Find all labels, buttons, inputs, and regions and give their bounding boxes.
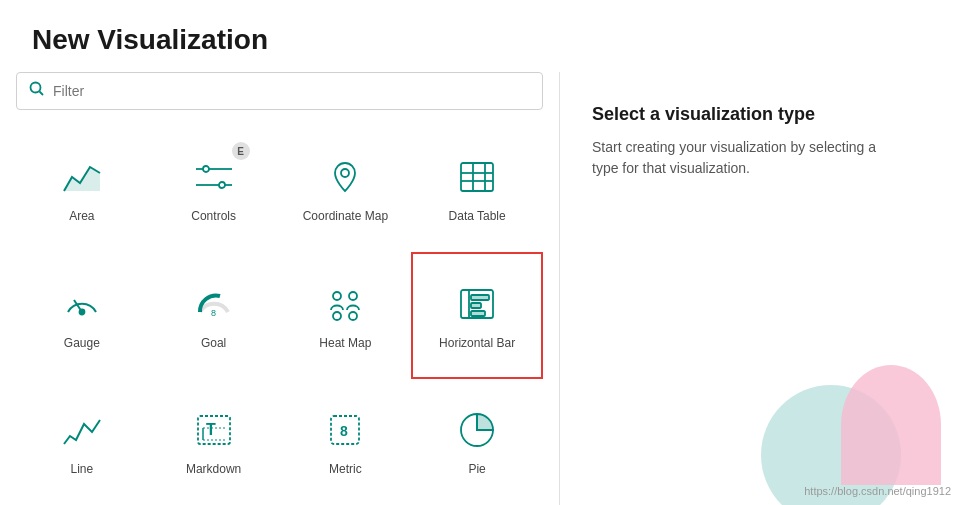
svg-point-19 <box>349 292 357 300</box>
markdown-icon: T <box>190 406 238 454</box>
area-label: Area <box>69 209 94 225</box>
svg-point-20 <box>333 312 341 320</box>
pie-icon <box>453 406 501 454</box>
controls-icon <box>190 153 238 201</box>
metric-label: Metric <box>329 462 362 478</box>
goal-label: Goal <box>201 336 226 352</box>
horizontal-bar-icon <box>453 280 501 328</box>
svg-text:8: 8 <box>211 308 216 318</box>
right-panel-description: Start creating your visualization by sel… <box>592 137 892 179</box>
svg-point-18 <box>333 292 341 300</box>
svg-text:T: T <box>206 421 216 438</box>
area-icon <box>58 153 106 201</box>
goal-icon: 8 <box>190 280 238 328</box>
pie-label: Pie <box>468 462 485 478</box>
svg-rect-25 <box>471 303 481 308</box>
search-bar <box>16 72 543 110</box>
line-icon <box>58 406 106 454</box>
right-panel-title: Select a visualization type <box>592 104 929 125</box>
horizontal-bar-label: Horizontal Bar <box>439 336 515 352</box>
viz-item-markdown[interactable]: T Markdown <box>148 379 280 505</box>
viz-item-controls[interactable]: E Controls <box>148 126 280 252</box>
left-panel: Area E Control <box>0 72 560 505</box>
viz-item-data-table[interactable]: Data Table <box>411 126 543 252</box>
line-label: Line <box>71 462 94 478</box>
viz-item-pie[interactable]: Pie <box>411 379 543 505</box>
viz-item-metric[interactable]: 8 Metric <box>280 379 412 505</box>
viz-item-line[interactable]: Line <box>16 379 148 505</box>
viz-item-coordinate-map[interactable]: Coordinate Map <box>280 126 412 252</box>
viz-item-goal[interactable]: 8 Goal <box>148 252 280 378</box>
data-table-icon <box>453 153 501 201</box>
gauge-icon <box>58 280 106 328</box>
search-icon <box>29 81 45 101</box>
deco-pink-shape <box>841 365 941 485</box>
right-panel: Select a visualization type Start creati… <box>560 72 961 505</box>
viz-item-area[interactable]: Area <box>16 126 148 252</box>
svg-rect-24 <box>471 295 489 300</box>
svg-line-1 <box>40 92 44 96</box>
filter-input[interactable] <box>53 83 530 99</box>
watermark: https://blog.csdn.net/qing1912 <box>804 485 951 497</box>
coordinate-map-label: Coordinate Map <box>303 209 388 225</box>
viz-item-gauge[interactable]: Gauge <box>16 252 148 378</box>
gauge-label: Gauge <box>64 336 100 352</box>
viz-grid: Area E Control <box>16 126 543 505</box>
svg-point-21 <box>349 312 357 320</box>
svg-point-9 <box>341 169 349 177</box>
svg-point-16 <box>79 309 84 314</box>
svg-point-3 <box>203 166 209 172</box>
svg-rect-10 <box>461 163 493 191</box>
badge-e: E <box>232 142 250 160</box>
svg-rect-26 <box>471 311 485 316</box>
viz-item-horizontal-bar[interactable]: Horizontal Bar <box>411 252 543 378</box>
svg-point-0 <box>31 83 41 93</box>
heat-map-icon <box>321 280 369 328</box>
page-title: New Visualization <box>0 24 961 72</box>
heat-map-label: Heat Map <box>319 336 371 352</box>
metric-icon: 8 <box>321 406 369 454</box>
controls-label: Controls <box>191 209 236 225</box>
coordinate-map-icon <box>321 153 369 201</box>
markdown-label: Markdown <box>186 462 241 478</box>
main-content: Area E Control <box>0 72 961 505</box>
data-table-label: Data Table <box>449 209 506 225</box>
viz-item-heat-map[interactable]: Heat Map <box>280 252 412 378</box>
page-container: New Visualization <box>0 0 961 505</box>
svg-text:8: 8 <box>340 423 348 439</box>
svg-point-6 <box>219 182 225 188</box>
